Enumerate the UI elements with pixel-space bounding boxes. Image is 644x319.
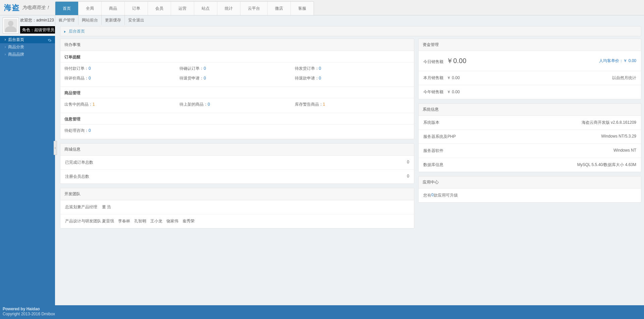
topnav-tab-8[interactable]: 云平台	[240, 2, 268, 15]
action-link-2[interactable]: 更新缓存	[101, 15, 124, 25]
logo: 海盗 为电商而生！	[0, 0, 55, 15]
topnav-tab-6[interactable]: 站点	[194, 2, 217, 15]
topnav-tab-5[interactable]: 运营	[171, 2, 194, 15]
top-nav: 首页全局商品订单会员运营站点统计云平台微店客服	[55, 1, 314, 15]
topnav-tab-7[interactable]: 统计	[217, 2, 240, 15]
avatar-placeholder	[4, 19, 17, 25]
action-link-1[interactable]: 网站前台	[78, 15, 101, 25]
welcome-text: 欢迎您：admin123	[20, 15, 55, 25]
topnav-tab-4[interactable]: 会员	[148, 2, 171, 15]
action-links: 账户管理网站前台更新缓存安全退出	[55, 15, 148, 25]
logo-main: 海盗	[4, 3, 20, 13]
topnav-tab-10[interactable]: 客服	[291, 2, 314, 15]
topnav-tab-2[interactable]: 商品	[102, 2, 125, 15]
action-link-3[interactable]: 安全退出	[124, 15, 148, 25]
top-header: 海盗 为电商而生！ 首页全局商品订单会员运营站点统计云平台微店客服	[0, 0, 644, 15]
logo-sub: 为电商而生！	[22, 5, 50, 11]
avatar	[3, 17, 19, 25]
topnav-tab-0[interactable]: 首页	[55, 2, 78, 15]
sub-bar: 欢迎您：admin123 账户管理网站前台更新缓存安全退出	[0, 15, 644, 25]
action-link-0[interactable]: 账户管理	[55, 15, 78, 25]
breadcrumb-arrow-icon: ▸	[64, 24, 66, 25]
topnav-tab-3[interactable]: 订单	[125, 2, 148, 15]
topnav-tab-1[interactable]: 全局	[78, 2, 102, 15]
topnav-tab-9[interactable]: 微店	[268, 2, 291, 15]
